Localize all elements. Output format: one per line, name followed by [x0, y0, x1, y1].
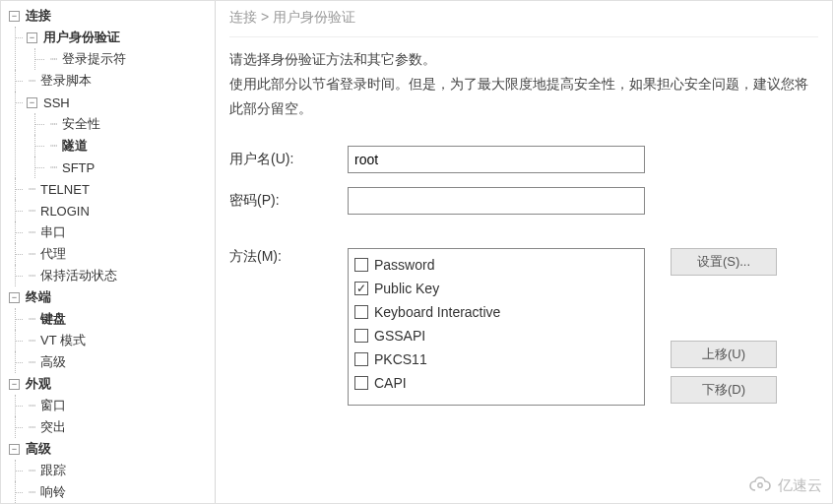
breadcrumb: 连接 > 用户身份验证 — [229, 7, 818, 37]
tree-label: 突出 — [38, 418, 68, 436]
checkbox-icon[interactable] — [354, 352, 368, 366]
collapse-icon[interactable]: − — [9, 379, 20, 390]
username-label: 用户名(U): — [229, 151, 348, 168]
leaf-icon: ┈ — [27, 247, 36, 261]
method-item[interactable]: PKCS11 — [354, 347, 638, 371]
tree-item-vtmode[interactable]: ┈ VT 模式 — [1, 330, 215, 351]
description-text: 请选择身份验证方法和其它参数。使用此部分以节省登录时间。但是，为了最大限度地提高… — [229, 37, 818, 146]
svg-point-0 — [758, 483, 762, 487]
tree-item-login-prompt[interactable]: ┈ 登录提示符 — [1, 48, 215, 70]
checkbox-icon[interactable] — [354, 329, 368, 343]
collapse-icon[interactable]: − — [27, 97, 37, 108]
tree-item-keyboard[interactable]: ┈ 键盘 — [1, 308, 215, 330]
move-up-button[interactable]: 上移(U) — [671, 341, 777, 368]
username-input[interactable] — [348, 146, 645, 173]
leaf-icon: ┈ — [27, 204, 36, 218]
tree-label: 保持活动状态 — [38, 267, 119, 284]
tree-label: 安全性 — [60, 115, 102, 133]
move-down-button[interactable]: 下移(D) — [671, 376, 777, 404]
tree-item-trace[interactable]: ┈ 跟踪 — [1, 460, 215, 481]
leaf-icon: ┈ — [27, 269, 36, 283]
tree-item-sftp[interactable]: ┈ SFTP — [1, 157, 215, 178]
tree-item-window[interactable]: ┈ 窗口 — [1, 395, 215, 416]
tree-label: VT 模式 — [38, 332, 88, 349]
leaf-icon: ┈ — [48, 139, 58, 153]
method-item-label: GSSAPI — [374, 328, 425, 344]
tree-label: 连接 — [24, 7, 53, 25]
password-input[interactable] — [348, 187, 645, 215]
tree-item-ssh[interactable]: − SSH — [1, 92, 215, 113]
tree-item-appearance[interactable]: − 外观 — [1, 373, 215, 395]
tree-item-proxy[interactable]: ┈ 代理 — [1, 243, 215, 265]
method-item-label: Keyboard Interactive — [374, 304, 500, 320]
tree-item-telnet[interactable]: ┈ TELNET — [1, 178, 215, 200]
tree-item-terminal[interactable]: − 终端 — [1, 286, 215, 308]
tree-label: 用户身份验证 — [41, 29, 122, 46]
leaf-icon: ┈ — [27, 485, 36, 499]
tree-item-keepalive[interactable]: ┈ 保持活动状态 — [1, 265, 215, 286]
method-item-label: Public Key — [374, 281, 439, 296]
tree-item-auth[interactable]: − 用户身份验证 — [1, 27, 215, 48]
tree-label: 外观 — [24, 375, 53, 393]
tree-label: 登录提示符 — [60, 50, 128, 68]
method-listbox[interactable]: PasswordPublic KeyKeyboard InteractiveGS… — [348, 248, 645, 406]
tree-label: 高级 — [24, 440, 53, 458]
method-item[interactable]: CAPI — [354, 371, 638, 395]
collapse-icon[interactable]: − — [9, 292, 20, 303]
cloud-icon — [748, 476, 774, 495]
method-item[interactable]: Password — [354, 253, 638, 277]
leaf-icon: ┈ — [48, 52, 58, 66]
tree-item-login-script[interactable]: ┈ 登录脚本 — [1, 70, 215, 92]
tree-label: 串口 — [38, 223, 68, 241]
leaf-icon: ┈ — [27, 225, 36, 239]
watermark-text: 亿速云 — [778, 476, 822, 495]
checkbox-icon[interactable] — [354, 376, 368, 390]
leaf-icon: ┈ — [27, 334, 36, 347]
leaf-icon: ┈ — [27, 182, 36, 196]
method-label: 方法(M): — [229, 248, 348, 266]
tree-item-tunnel[interactable]: ┈ 隧道 — [1, 135, 215, 157]
tree-label: 终端 — [24, 288, 53, 306]
tree-label: 窗口 — [38, 397, 68, 414]
tree-label: SFTP — [60, 160, 96, 175]
tree-label: TELNET — [38, 182, 92, 197]
tree-label: 登录脚本 — [38, 72, 94, 90]
watermark: 亿速云 — [748, 476, 822, 495]
leaf-icon: ┈ — [27, 355, 36, 369]
method-item[interactable]: Keyboard Interactive — [354, 300, 638, 324]
tree-item-adv-term[interactable]: ┈ 高级 — [1, 351, 215, 373]
method-item-label: PKCS11 — [374, 351, 427, 367]
leaf-icon: ┈ — [27, 312, 36, 326]
leaf-icon: ┈ — [27, 74, 36, 88]
tree-item-connection[interactable]: − 连接 — [1, 5, 215, 27]
tree-item-bell[interactable]: ┈ 响铃 — [1, 481, 215, 503]
tree-label: 隧道 — [60, 137, 90, 155]
tree-label: 高级 — [38, 353, 68, 371]
checkbox-icon[interactable] — [354, 305, 368, 319]
tree-item-highlight[interactable]: ┈ 突出 — [1, 416, 215, 438]
checkbox-icon[interactable] — [354, 258, 368, 272]
leaf-icon: ┈ — [27, 420, 36, 434]
settings-button[interactable]: 设置(S)... — [671, 248, 777, 276]
method-item[interactable]: Public Key — [354, 277, 638, 300]
method-item-label: CAPI — [374, 375, 407, 391]
leaf-icon: ┈ — [27, 399, 36, 412]
checkbox-icon[interactable] — [354, 282, 368, 295]
tree-label: 代理 — [38, 245, 68, 263]
method-item[interactable]: GSSAPI — [354, 324, 638, 347]
password-label: 密码(P): — [229, 192, 348, 210]
tree-label: 跟踪 — [38, 462, 68, 479]
collapse-icon[interactable]: − — [27, 32, 37, 43]
tree-item-security[interactable]: ┈ 安全性 — [1, 113, 215, 135]
tree-item-rlogin[interactable]: ┈ RLOGIN — [1, 200, 215, 221]
tree-label: 键盘 — [38, 310, 68, 328]
collapse-icon[interactable]: − — [9, 444, 20, 455]
tree-item-advanced[interactable]: − 高级 — [1, 438, 215, 460]
collapse-icon[interactable]: − — [9, 11, 20, 22]
tree-item-serial[interactable]: ┈ 串口 — [1, 221, 215, 243]
leaf-icon: ┈ — [48, 160, 58, 174]
tree-label: RLOGIN — [38, 204, 92, 219]
tree-label: SSH — [41, 95, 72, 110]
tree-label: 响铃 — [38, 483, 68, 501]
leaf-icon: ┈ — [48, 117, 58, 131]
